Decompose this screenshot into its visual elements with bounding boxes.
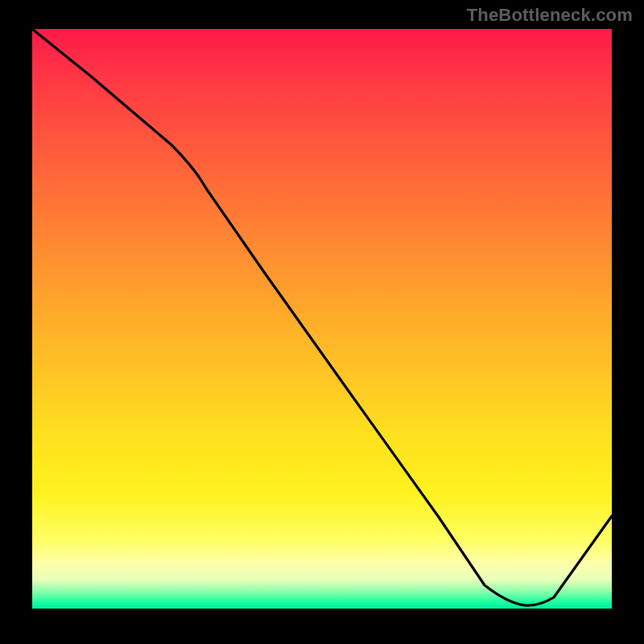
watermark-text: TheBottleneck.com xyxy=(467,5,633,26)
plot-area xyxy=(32,29,612,609)
chart-frame: TheBottleneck.com xyxy=(0,0,644,644)
curve-layer xyxy=(32,29,612,609)
bottleneck-curve xyxy=(32,29,612,605)
